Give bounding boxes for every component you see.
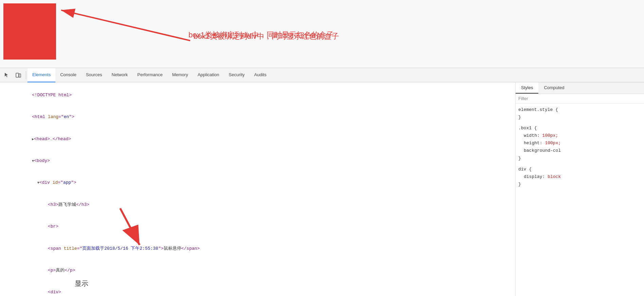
dom-panel-wrapper: <!DOCTYPE html> <html lang="en"> ▶<head>… (0, 82, 516, 296)
styles-content: element.style { } .box1 { width: 100px; … (516, 103, 644, 296)
dom-line[interactable]: ▼<body> (0, 150, 515, 172)
device-toolbar-icon[interactable] (13, 70, 24, 81)
xianshi-label: 显示 (61, 294, 75, 296)
devtools-tab-bar: Elements Console Sources Network Perform… (0, 68, 644, 82)
dom-panel[interactable]: <!DOCTYPE html> <html lang="en"> ▶<head>… (0, 82, 516, 296)
tab-performance[interactable]: Performance (132, 68, 167, 82)
dom-line[interactable]: <html lang="en"> (0, 106, 515, 128)
tab-sources[interactable]: Sources (81, 68, 107, 82)
style-selector: .box1 { (518, 125, 641, 132)
dom-line[interactable]: <br> (0, 216, 515, 237)
style-selector: div { (518, 166, 641, 173)
styles-panel: Styles Computed Filter element.style { } (516, 82, 644, 296)
preview-area: box1类被绑定到div中，同时显示红色的盒子 box1类被绑定到div中，同时… (0, 0, 644, 68)
dom-line[interactable]: ▼<div id="app"> (0, 172, 515, 194)
devtools-body: <!DOCTYPE html> <html lang="en"> ▶<head>… (0, 82, 644, 296)
style-prop: background-col (524, 147, 641, 154)
svg-rect-2 (16, 73, 19, 77)
style-rule-div: div { display: block } (518, 166, 641, 188)
tab-styles[interactable]: Styles (516, 82, 538, 94)
tab-application[interactable]: Application (193, 68, 224, 82)
dom-line[interactable]: <h3>路飞学城</h3> (0, 194, 515, 216)
tab-memory[interactable]: Memory (167, 68, 193, 82)
dom-line[interactable]: <p>真的</p> (0, 260, 515, 281)
inspect-icon[interactable] (1, 70, 12, 81)
red-box (3, 3, 56, 60)
svg-line-1 (61, 10, 190, 41)
dom-line[interactable]: <!DOCTYPE html> (0, 84, 515, 106)
styles-tab-bar: Styles Computed (516, 82, 644, 94)
tab-separator (26, 71, 26, 79)
tab-computed[interactable]: Computed (538, 82, 570, 94)
tab-security[interactable]: Security (224, 68, 249, 82)
dom-line[interactable]: <div> (0, 282, 515, 296)
tab-network[interactable]: Network (107, 68, 133, 82)
styles-filter[interactable]: Filter (516, 94, 644, 103)
style-close: } (518, 155, 641, 162)
style-prop: width: 100px; (524, 132, 641, 139)
style-close: } (518, 114, 641, 121)
tab-audits[interactable]: Audits (249, 68, 271, 82)
style-rule-element: element.style { } (518, 106, 641, 121)
tab-elements[interactable]: Elements (28, 68, 55, 82)
style-selector: element.style { (518, 106, 641, 114)
style-prop: display: block (524, 173, 641, 181)
style-prop: height: 100px; (524, 139, 641, 147)
style-rule-box1: .box1 { width: 100px; height: 100px; bac… (518, 125, 641, 162)
svg-rect-3 (19, 74, 21, 77)
dom-line[interactable]: <span title="页面加载于2018/5/16 下午2:55:38">鼠… (0, 238, 515, 260)
annotation-text: box1类被绑定到div中，同时显示红色的盒子 (189, 30, 334, 40)
tab-console[interactable]: Console (55, 68, 81, 82)
devtools-panel: Elements Console Sources Network Perform… (0, 68, 644, 296)
style-close: } (518, 181, 641, 188)
dom-line[interactable]: ▶<head>…</head> (0, 128, 515, 150)
